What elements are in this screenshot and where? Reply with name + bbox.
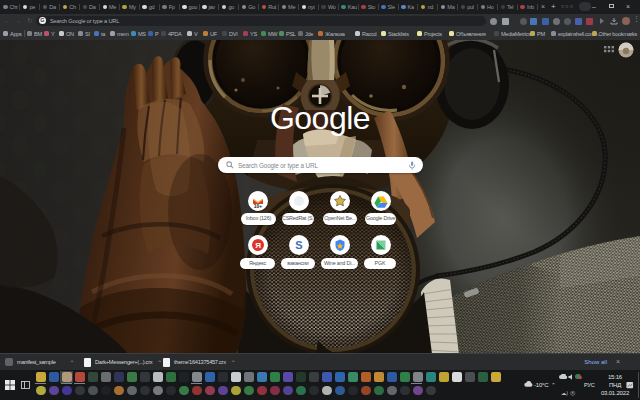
svg-text:Я: Я [255, 241, 261, 250]
svg-text:10+: 10+ [254, 202, 263, 208]
svg-text:S: S [295, 239, 302, 251]
